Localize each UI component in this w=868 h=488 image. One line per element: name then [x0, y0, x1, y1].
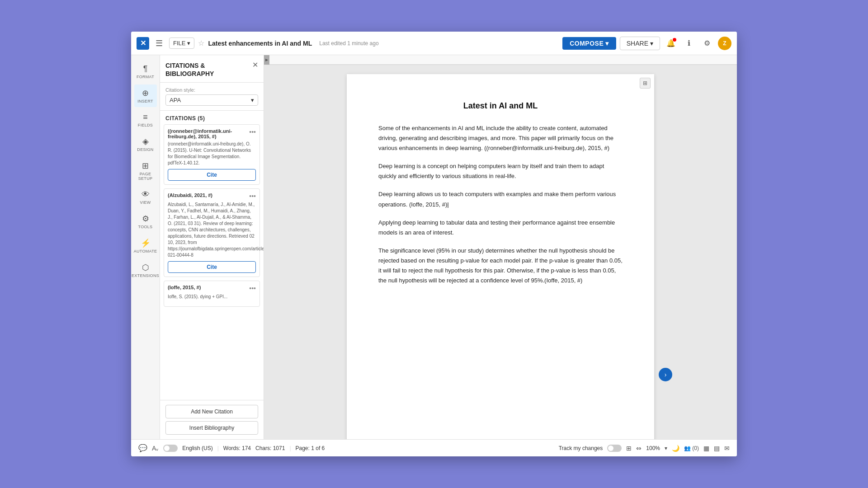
- language-badge: English (US): [182, 445, 212, 451]
- citation-id: ((ronneber@informatik.uni-freiburg.de), …: [168, 128, 249, 139]
- file-button[interactable]: FILE ▾: [169, 38, 194, 49]
- page-setup-icon: ⊞: [142, 161, 149, 171]
- sidebar-item-fields[interactable]: ≡ FIELDS: [134, 109, 157, 131]
- automate-label: AUTOMATE: [134, 249, 157, 253]
- last-edited-label: Last edited 1 minute ago: [319, 40, 378, 47]
- info-button[interactable]: ℹ: [682, 36, 696, 51]
- insert-icon: ⊕: [142, 88, 149, 98]
- chevron-down-icon: ▾: [650, 40, 653, 47]
- cite-button[interactable]: Cite: [168, 169, 256, 181]
- ruler: ▶: [264, 55, 737, 65]
- panel-footer: Add New Citation Insert Bibliography: [160, 400, 264, 439]
- design-icon: ◈: [142, 136, 149, 146]
- insert-bibliography-button[interactable]: Insert Bibliography: [165, 421, 258, 435]
- paragraph-4: Applying deep learning to tabular data a…: [378, 218, 623, 238]
- citation-item-header: (Ioffe, 2015, #) •••: [168, 285, 256, 292]
- scroll-to-top-button[interactable]: ›: [659, 368, 672, 381]
- citation-style-row: Citation style: APA ▾: [160, 83, 264, 111]
- design-label: DESIGN: [137, 147, 153, 152]
- citation-item-header: (Alzubaidi, 2021, #) •••: [168, 192, 256, 200]
- add-citation-button[interactable]: Add New Citation: [165, 405, 258, 418]
- sidebar-item-automate[interactable]: ⚡ AUTOMATE: [134, 235, 157, 257]
- document-scroll[interactable]: ⊞ Latest in AI and ML Some of the enhanc…: [264, 65, 737, 439]
- track-changes-toggle[interactable]: [607, 445, 622, 452]
- citation-item-header: ((ronneber@informatik.uni-freiburg.de), …: [168, 128, 256, 139]
- chevron-down-icon: ▾: [251, 97, 254, 103]
- layout-icon[interactable]: ⇔: [636, 445, 642, 452]
- grid-icon[interactable]: ▦: [703, 445, 709, 452]
- page-indicator: Page: 1 of 6: [296, 445, 325, 451]
- panel-header: CITATIONS &BIBLIOGRAPHY ✕: [160, 55, 264, 83]
- page-layout-icon[interactable]: ▤: [714, 445, 720, 452]
- citation-style-select[interactable]: APA ▾: [165, 94, 258, 106]
- word-count: Words: 174: [223, 445, 251, 451]
- sidebar-item-page-setup[interactable]: ⊞ PAGE SETUP: [134, 157, 157, 184]
- spell-check-icon[interactable]: Aᵥ: [152, 445, 159, 452]
- mail-icon[interactable]: ✉: [724, 445, 730, 452]
- statusbar-left: 💬 Aᵥ English (US) | Words: 174 Chars: 10…: [138, 444, 325, 452]
- char-count: Chars: 1071: [255, 445, 285, 451]
- table-icon[interactable]: ⊞: [626, 445, 632, 452]
- topbar: ✕ ☰ FILE ▾ ☆ Latest enhancements in AI a…: [131, 32, 737, 55]
- citation-id: (Ioffe, 2015, #): [168, 285, 249, 290]
- settings-button[interactable]: ⚙: [700, 36, 714, 51]
- format-label: FORMAT: [137, 75, 154, 79]
- citation-style-label: Citation style:: [165, 87, 258, 93]
- view-label: VIEW: [140, 200, 151, 205]
- share-button[interactable]: SHARE ▾: [620, 37, 660, 50]
- citation-item: ((ronneber@informatik.uni-freiburg.de), …: [164, 124, 260, 185]
- chat-icon[interactable]: 💬: [138, 444, 147, 452]
- document-title: Latest enhancements in AI and ML: [208, 40, 312, 47]
- chevron-down-icon: ▾: [605, 40, 609, 47]
- paragraph-2: Deep learning is a concept on helping co…: [378, 161, 623, 181]
- cite-button[interactable]: Cite: [168, 261, 256, 273]
- document-area: ▶ ⊞ Latest in AI and ML Some of the enha…: [264, 55, 737, 439]
- page-setup-label: PAGE SETUP: [136, 172, 155, 181]
- tools-icon: ⚙: [142, 214, 149, 224]
- dark-mode-icon[interactable]: 🌙: [672, 445, 679, 452]
- document-page: ⊞ Latest in AI and ML Some of the enhanc…: [347, 74, 654, 439]
- statusbar: 💬 Aᵥ English (US) | Words: 174 Chars: 10…: [131, 439, 737, 456]
- citation-item: (Ioffe, 2015, #) ••• Ioffe, S. (2015). d…: [164, 281, 260, 307]
- citation-menu-button[interactable]: •••: [249, 285, 256, 292]
- citations-list: ((ronneber@informatik.uni-freiburg.de), …: [160, 124, 264, 400]
- paragraph-5: The significance level (95% in our study…: [378, 246, 623, 286]
- track-knob: [608, 446, 613, 451]
- citation-text: Ioffe, S. (2015). dying + GPI...: [168, 294, 256, 300]
- tools-label: TOOLS: [138, 225, 153, 229]
- sidebar-item-insert[interactable]: ⊕ INSERT: [134, 84, 157, 107]
- compose-button[interactable]: COMPOSE ▾: [562, 37, 616, 50]
- star-icon[interactable]: ☆: [198, 39, 204, 47]
- menu-icon[interactable]: ☰: [153, 37, 165, 50]
- notification-dot: [673, 38, 676, 42]
- toggle-knob: [164, 446, 170, 451]
- page-corner-button[interactable]: ⊞: [640, 78, 651, 89]
- citations-list-header: CITATIONS (5): [160, 111, 264, 124]
- citation-id: (Alzubaidi, 2021, #): [168, 192, 249, 198]
- citation-menu-button[interactable]: •••: [249, 128, 256, 136]
- format-icon: ¶: [143, 64, 148, 74]
- avatar[interactable]: Z: [718, 37, 731, 50]
- citation-menu-button[interactable]: •••: [249, 192, 256, 200]
- main-area: ¶ FORMAT ⊕ INSERT ≡ FIELDS ◈ DESIGN ⊞ PA…: [131, 55, 737, 439]
- sidebar-item-tools[interactable]: ⚙ TOOLS: [134, 210, 157, 233]
- zoom-dropdown-icon[interactable]: ▾: [665, 445, 667, 451]
- ruler-triangle-icon: ▶: [265, 58, 268, 62]
- sidebar-item-design[interactable]: ◈ DESIGN: [134, 133, 157, 155]
- sidebar-item-format[interactable]: ¶ FORMAT: [134, 61, 157, 83]
- zoom-level: 100%: [646, 445, 660, 451]
- sidebar-item-extensions[interactable]: ⬡ EXTENSIONS: [134, 259, 157, 282]
- paragraph-1: Some of the enhancements in AI and ML in…: [378, 123, 623, 153]
- collaborators-icon[interactable]: 👥 (0): [684, 445, 699, 451]
- close-button[interactable]: ✕: [137, 37, 149, 50]
- chevron-down-icon: ▾: [187, 40, 190, 47]
- fields-label: FIELDS: [138, 123, 153, 127]
- panel-close-button[interactable]: ✕: [252, 61, 258, 69]
- sidebar-item-view[interactable]: 👁 VIEW: [134, 186, 157, 208]
- notification-button[interactable]: 🔔: [664, 36, 678, 51]
- insert-label: INSERT: [137, 99, 153, 103]
- ruler-handle[interactable]: ▶: [264, 55, 269, 65]
- toggle-switch[interactable]: [163, 445, 178, 452]
- citation-item: (Alzubaidi, 2021, #) ••• Alzubaidi, L., …: [164, 188, 260, 277]
- citation-text: (ronneber@informatik.uni-freiburg.de), O…: [168, 141, 256, 166]
